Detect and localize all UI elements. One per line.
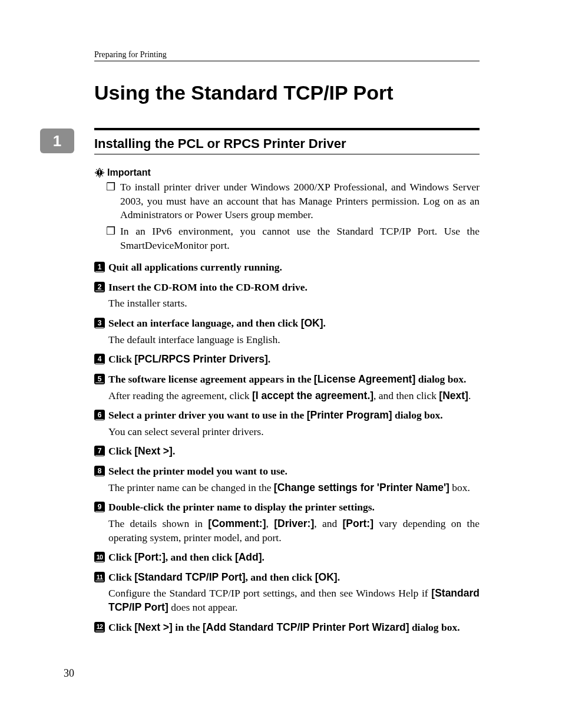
step-number-icon: 1	[94, 262, 105, 272]
step-4: 4 Click [PCL/RPCS Printer Drivers].	[94, 353, 480, 367]
important-callout: Important	[94, 167, 480, 178]
step-6: 6 Select a printer driver you want to us…	[94, 409, 480, 439]
bullet-marker: ❒	[106, 180, 115, 222]
step-body: You can select several printer drivers.	[108, 425, 480, 439]
step-title: Click [Port:], and then click [Add].	[108, 551, 480, 565]
step-number-icon: 3	[94, 318, 105, 328]
ui-ref: [Change settings for 'Printer Name']	[274, 482, 449, 493]
step-title: Quit all applications currently running.	[108, 261, 480, 275]
important-label: Important	[107, 167, 151, 178]
bullet-text: In an IPv6 environment, you cannot use t…	[120, 225, 480, 252]
step-2: 2 Insert the CD-ROM into the CD-ROM driv…	[94, 281, 480, 311]
ui-ref: [Port:]	[343, 518, 373, 529]
step-title: Click [Next >] in the [Add Standard TCP/…	[108, 621, 480, 635]
ui-ref: [OK]	[315, 571, 338, 583]
ui-ref: [PCL/RPCS Printer Drivers]	[134, 353, 268, 365]
step-number-icon: 6	[94, 410, 105, 420]
step-number-icon: 11	[94, 572, 105, 582]
step-number-icon: 2	[94, 282, 105, 292]
step-number-icon: 10	[94, 552, 105, 562]
ui-ref: [Add]	[235, 551, 262, 563]
step-number-icon: 8	[94, 466, 105, 476]
step-body: After reading the agreement, click [I ac…	[108, 389, 480, 403]
step-body: The printer name can be changed in the […	[108, 481, 480, 495]
step-title: Select an interface language, and then c…	[108, 317, 480, 331]
step-3: 3 Select an interface language, and then…	[94, 317, 480, 347]
step-number-icon: 7	[94, 446, 105, 456]
bullet-item: ❒ In an IPv6 environment, you cannot use…	[106, 225, 480, 252]
section-heading: Installing the PCL or RPCS Printer Drive…	[94, 136, 480, 154]
step-12: 12 Click [Next >] in the [Add Standard T…	[94, 621, 480, 635]
bullet-marker: ❒	[106, 225, 115, 252]
svg-rect-2	[99, 174, 100, 175]
step-7: 7 Click [Next >].	[94, 444, 480, 459]
ui-ref: [Standard TCP/IP Port]	[134, 571, 245, 583]
page-number: 30	[64, 667, 74, 680]
step-title: Click [Next >].	[108, 444, 480, 459]
step-5: 5 The software license agreement appears…	[94, 373, 480, 403]
step-title: Select a printer driver you want to use …	[108, 409, 480, 423]
step-10: 10 Click [Port:], and then click [Add].	[94, 551, 480, 565]
step-body: The details shown in [Comment:], [Driver…	[108, 517, 480, 545]
ui-ref: [I accept the agreement.]	[252, 390, 373, 401]
ui-ref: [Next]	[439, 390, 468, 401]
chapter-tab: 1	[40, 129, 74, 153]
step-title: Click [PCL/RPCS Printer Drivers].	[108, 353, 480, 367]
ui-ref: [Comment:]	[208, 518, 266, 529]
ui-ref: [License Agreement]	[314, 373, 415, 385]
step-number-icon: 5	[94, 374, 105, 384]
page-title: Using the Standard TCP/IP Port	[94, 81, 480, 104]
ui-ref: [Add Standard TCP/IP Printer Port Wizard…	[203, 621, 409, 633]
important-icon	[94, 167, 105, 178]
step-title: The software license agreement appears i…	[108, 373, 480, 387]
running-head: Preparing for Printing	[94, 50, 480, 61]
bullet-item: ❒ To install printer driver under Window…	[106, 180, 480, 222]
step-9: 9 Double-click the printer name to displ…	[94, 500, 480, 545]
step-number-icon: 9	[94, 502, 105, 512]
step-11: 11 Click [Standard TCP/IP Port], and the…	[94, 571, 480, 615]
ui-ref: [OK]	[301, 317, 323, 329]
ui-ref: [Port:]	[134, 551, 165, 563]
step-body: The installer starts.	[108, 297, 480, 311]
step-body: Configure the Standard TCP/IP port setti…	[108, 587, 480, 614]
step-title: Select the printer model you want to use…	[108, 465, 480, 479]
ui-ref: [Driver:]	[274, 518, 314, 529]
steps-list: 1 Quit all applications currently runnin…	[94, 261, 480, 634]
step-number-icon: 12	[94, 622, 105, 633]
step-title: Double-click the printer name to display…	[108, 500, 480, 515]
document-page: Preparing for Printing Using the Standar…	[0, 0, 562, 728]
step-body: The default interface language is Englis…	[108, 333, 480, 347]
step-title: Click [Standard TCP/IP Port], and then c…	[108, 571, 480, 585]
section-rule	[94, 128, 480, 130]
ui-ref: [Printer Program]	[307, 409, 392, 421]
step-number-icon: 4	[94, 354, 105, 364]
ui-ref: [Next >]	[134, 445, 173, 457]
ui-ref: [Next >]	[134, 621, 173, 633]
step-8: 8 Select the printer model you want to u…	[94, 465, 480, 495]
step-title: Insert the CD-ROM into the CD-ROM drive.	[108, 281, 480, 295]
important-bullets: ❒ To install printer driver under Window…	[106, 180, 480, 252]
bullet-text: To install printer driver under Windows …	[120, 180, 480, 222]
step-1: 1 Quit all applications currently runnin…	[94, 261, 480, 275]
svg-rect-1	[99, 170, 100, 173]
